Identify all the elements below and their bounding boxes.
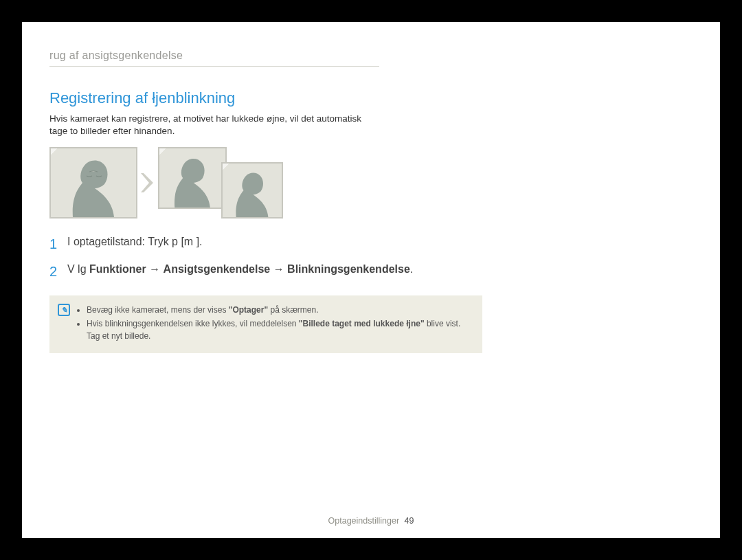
- face-illustration-icon: [159, 148, 225, 208]
- step-2: 2 V lg Funktioner → Ansigtsgenkendelse →…: [49, 261, 489, 282]
- face-illustration-icon: [223, 164, 282, 217]
- screen-glint: [159, 148, 168, 157]
- note-list: Bevæg ikke kameraet, mens der vises "Opt…: [77, 304, 471, 344]
- step-text-bold: Ansigtsgenkendelse: [164, 263, 271, 275]
- page-number: 49: [405, 516, 414, 526]
- note-text: Hvis blinkningsgenkendelsen ikke lykkes,…: [87, 319, 299, 328]
- note-icon: ✎: [58, 304, 70, 316]
- example-image-strip: [49, 147, 489, 219]
- note-item: Bevæg ikke kameraet, mens der vises "Opt…: [87, 304, 471, 316]
- step-text-bold: Funktioner: [89, 263, 146, 275]
- sample-photo-eyes-closed: [49, 147, 137, 219]
- note-box: ✎ Bevæg ikke kameraet, mens der vises "O…: [49, 295, 482, 353]
- arrow-char: →: [270, 263, 287, 275]
- step-text-bold: Blinkningsgenkendelse: [287, 263, 410, 275]
- note-bold: "Billede taget med lukkede łjne": [299, 319, 425, 328]
- intro-paragraph: Hvis kameraet kan registrere, at motivet…: [49, 113, 372, 137]
- arrow-char: →: [146, 263, 164, 275]
- step-1: 1 I optagetilstand: Tryk p [m ].: [49, 234, 489, 254]
- content-column: Registrering af łjenblinkning Hvis kamer…: [49, 89, 489, 353]
- arrow-icon: [137, 166, 158, 199]
- section-title: Registrering af łjenblinkning: [49, 89, 489, 107]
- page-footer: Optageindstillinger 49: [22, 516, 720, 526]
- note-text: på skærmen.: [268, 305, 318, 315]
- step-text: V lg Funktioner → Ansigtsgenkendelse → B…: [67, 261, 489, 282]
- screen-glint: [51, 148, 59, 157]
- header: rug af ansigtsgenkendelse: [49, 49, 693, 67]
- sample-photo-result-front: [221, 162, 283, 219]
- result-photo-pair: [158, 147, 283, 219]
- step-text: I optagetilstand: Tryk p [m ].: [67, 234, 489, 254]
- chapter-title: rug af ansigtsgenkendelse: [49, 49, 379, 67]
- screen-glint: [223, 164, 231, 172]
- footer-section: Optageindstillinger: [328, 516, 400, 526]
- note-item: Hvis blinkningsgenkendelsen ikke lykkes,…: [87, 317, 471, 342]
- step-number: 1: [49, 234, 67, 254]
- step-number: 2: [49, 261, 67, 282]
- note-bold: "Optager": [229, 305, 268, 315]
- sample-photo-result-back: [158, 147, 227, 209]
- face-illustration-icon: [51, 148, 136, 217]
- manual-page: rug af ansigtsgenkendelse Registrering a…: [22, 22, 720, 538]
- note-text: Bevæg ikke kameraet, mens der vises: [87, 305, 229, 315]
- step-text-segment: .: [410, 263, 413, 275]
- step-text-segment: V lg: [67, 263, 89, 275]
